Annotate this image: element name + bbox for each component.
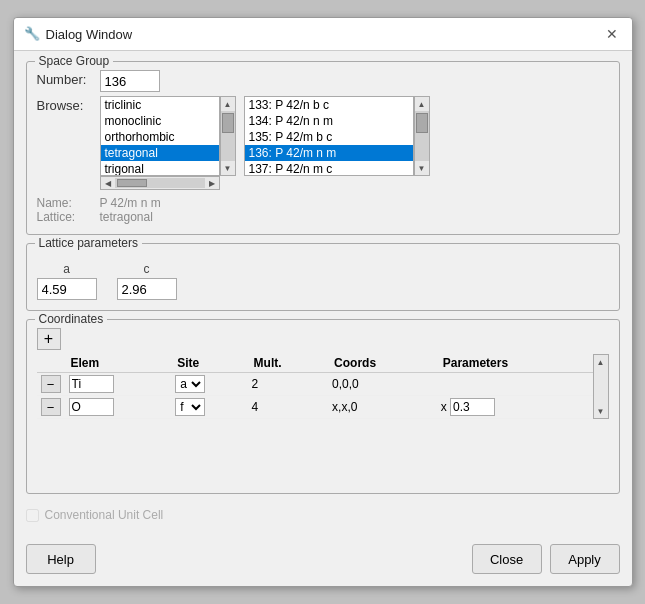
lattice-fields: a c (37, 262, 609, 300)
horiz-scrollbar[interactable]: ◀ ▶ (100, 176, 220, 190)
coordinates-box: Coordinates + Elem Site Mult. Coords Par… (26, 319, 620, 494)
coords-scroll-up[interactable]: ▲ (594, 355, 608, 369)
browse-section: triclinic monoclinic orthorhombic tetrag… (100, 96, 430, 190)
lattice-params-label: Lattice parameters (35, 236, 142, 250)
number-input[interactable] (100, 70, 160, 92)
col-minus (37, 354, 65, 373)
conventional-cell-checkbox[interactable] (26, 509, 39, 522)
dialog-window: 🔧 Dialog Window ✕ Space Group Number: Br… (13, 17, 633, 587)
col-site: Site (171, 354, 247, 373)
lattice-params-box: Lattice parameters a c (26, 243, 620, 311)
scroll-right-arrow[interactable]: ▶ (205, 176, 219, 190)
right-scroll-down[interactable]: ▼ (415, 161, 429, 175)
sg-133[interactable]: 133: P 42/n b c (245, 97, 413, 113)
sg-137[interactable]: 137: P 42/n m c (245, 161, 413, 176)
right-scroll-track (415, 111, 429, 161)
coordinates-label: Coordinates (35, 312, 108, 326)
table-row: − a b f 2 0,0,0 (37, 373, 593, 396)
list-item-monoclinic[interactable]: monoclinic (101, 113, 219, 129)
coords-scroll-down[interactable]: ▼ (594, 404, 608, 418)
a-label: a (37, 262, 97, 276)
lattice-row: Lattice: tetragonal (37, 210, 609, 224)
c-label: c (117, 262, 177, 276)
scroll-thumb[interactable] (222, 113, 234, 133)
coords-table-section: Elem Site Mult. Coords Parameters − (37, 354, 609, 419)
remove-row-2-button[interactable]: − (41, 398, 61, 416)
list-item-tetragonal[interactable]: tetragonal (101, 145, 219, 161)
table-row: − a b f 4 x,x,0 (37, 396, 593, 419)
coords-table: Elem Site Mult. Coords Parameters − (37, 354, 593, 419)
coords-cell-2: x,x,0 (328, 396, 437, 419)
param-x-input[interactable] (450, 398, 495, 416)
param-x-label: x (441, 400, 447, 414)
mult-cell-1: 2 (248, 373, 328, 396)
add-coord-button[interactable]: + (37, 328, 61, 350)
lattice-value: tetragonal (100, 210, 153, 224)
lattice-label: Lattice: (37, 210, 92, 224)
name-value: P 42/m n m (100, 196, 161, 210)
elem-input-1[interactable] (69, 375, 114, 393)
list-item-orthorhombic[interactable]: orthorhombic (101, 129, 219, 145)
crystal-system-list[interactable]: triclinic monoclinic orthorhombic tetrag… (100, 96, 220, 176)
conventional-cell-label: Conventional Unit Cell (45, 508, 164, 522)
minus-cell-1: − (37, 373, 65, 396)
apply-button[interactable]: Apply (550, 544, 620, 574)
coords-inner: Elem Site Mult. Coords Parameters − (37, 354, 593, 419)
minus-cell-2: − (37, 396, 65, 419)
close-icon-button[interactable]: ✕ (602, 24, 622, 44)
space-group-list[interactable]: 133: P 42/n b c 134: P 42/n n m 135: P 4… (244, 96, 414, 176)
number-row: Number: (37, 70, 609, 92)
browse-row: Browse: triclinic monoclinic orthorhombi… (37, 96, 609, 190)
list-item-trigonal[interactable]: trigonal (101, 161, 219, 176)
sg-135[interactable]: 135: P 42/m b c (245, 129, 413, 145)
left-list-scrollbar[interactable]: ▲ ▼ (220, 96, 236, 176)
site-select-2[interactable]: a b f (175, 398, 205, 416)
right-scroll-up[interactable]: ▲ (415, 97, 429, 111)
scroll-up-arrow[interactable]: ▲ (221, 97, 235, 111)
scroll-track (221, 111, 235, 161)
col-params: Parameters (437, 354, 593, 373)
number-field-label: Number: (37, 70, 92, 87)
right-list-container: 133: P 42/n b c 134: P 42/n n m 135: P 4… (244, 96, 430, 190)
site-select-1[interactable]: a b f (175, 375, 205, 393)
left-list-container: triclinic monoclinic orthorhombic tetrag… (100, 96, 236, 190)
coords-scrollbar[interactable]: ▲ ▼ (593, 354, 609, 419)
space-group-box: Space Group Number: Browse: triclinic mo… (26, 61, 620, 235)
conventional-cell-row: Conventional Unit Cell (26, 502, 620, 526)
elem-cell-2 (65, 396, 172, 419)
site-cell-1: a b f (171, 373, 247, 396)
footer-right: Close Apply (472, 544, 620, 574)
c-input[interactable] (117, 278, 177, 300)
sg-134[interactable]: 134: P 42/n n m (245, 113, 413, 129)
coords-cell-1: 0,0,0 (328, 373, 437, 396)
scroll-left-arrow[interactable]: ◀ (101, 176, 115, 190)
browse-field-label: Browse: (37, 96, 92, 113)
right-scroll-thumb[interactable] (416, 113, 428, 133)
title-bar-left: 🔧 Dialog Window (24, 26, 133, 42)
dialog-body: Space Group Number: Browse: triclinic mo… (14, 51, 632, 536)
space-group-label: Space Group (35, 54, 114, 68)
name-row: Name: P 42/m n m (37, 196, 609, 210)
coords-scroll-track (594, 369, 608, 404)
dialog-icon: 🔧 (24, 26, 40, 42)
help-button[interactable]: Help (26, 544, 96, 574)
params-cell-2: x (437, 396, 593, 419)
footer: Help Close Apply (14, 536, 632, 586)
col-elem: Elem (65, 354, 172, 373)
a-field: a (37, 262, 97, 300)
close-button[interactable]: Close (472, 544, 542, 574)
right-list-scrollbar[interactable]: ▲ ▼ (414, 96, 430, 176)
col-mult: Mult. (248, 354, 328, 373)
list-item-triclinic[interactable]: triclinic (101, 97, 219, 113)
scroll-down-arrow[interactable]: ▼ (221, 161, 235, 175)
sg-136[interactable]: 136: P 42/m n m (245, 145, 413, 161)
site-cell-2: a b f (171, 396, 247, 419)
name-label: Name: (37, 196, 92, 210)
elem-cell-1 (65, 373, 172, 396)
title-bar: 🔧 Dialog Window ✕ (14, 18, 632, 51)
a-input[interactable] (37, 278, 97, 300)
elem-input-2[interactable] (69, 398, 114, 416)
c-field: c (117, 262, 177, 300)
remove-row-1-button[interactable]: − (41, 375, 61, 393)
mult-cell-2: 4 (248, 396, 328, 419)
